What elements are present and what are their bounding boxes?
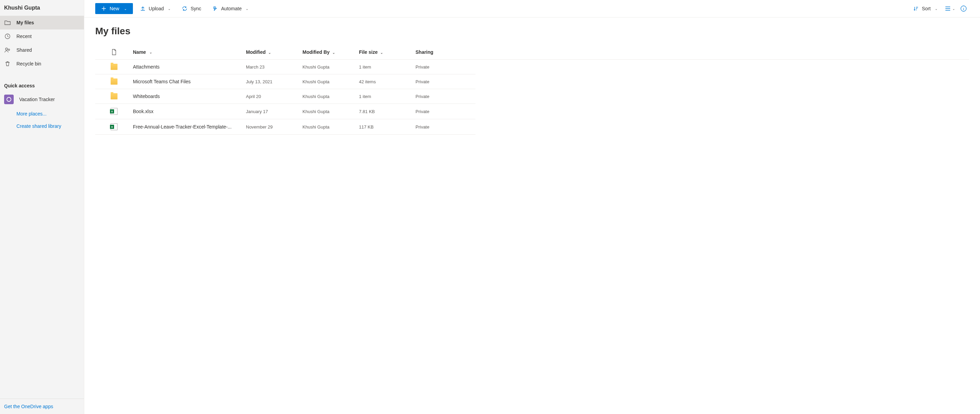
chevron-down-icon: ⌄	[935, 7, 937, 11]
sidebar: Khushi Gupta My files Recent Shared Recy…	[0, 0, 84, 414]
chevron-down-icon: ⌄	[150, 50, 152, 54]
file-name[interactable]: Attachments	[133, 64, 160, 70]
svg-point-2	[8, 49, 10, 50]
file-name[interactable]: Microsoft Teams Chat Files	[133, 79, 191, 84]
info-button[interactable]	[958, 3, 969, 14]
column-filesize[interactable]: File size ⌄	[359, 49, 415, 55]
column-name[interactable]: Name ⌄	[133, 49, 246, 55]
sidebar-item-label: Recycle bin	[16, 61, 41, 67]
file-modified: November 29	[246, 124, 302, 129]
table-row[interactable]: WhiteboardsApril 20Khushi Gupta1 itemPri…	[95, 89, 476, 104]
table-row[interactable]: Microsoft Teams Chat FilesJuly 13, 2021K…	[95, 74, 476, 89]
file-sharing: Private	[415, 64, 467, 70]
file-size: 7.81 KB	[359, 109, 415, 114]
table-row[interactable]: AttachmentsMarch 23Khushi Gupta1 itemPri…	[95, 60, 476, 74]
create-library-link[interactable]: Create shared library	[0, 120, 84, 132]
column-sharing[interactable]: Sharing	[415, 49, 467, 55]
folder-icon	[111, 93, 118, 99]
chevron-down-icon: ⌄	[246, 7, 248, 11]
file-size: 1 item	[359, 64, 415, 70]
page-title: My files	[95, 26, 969, 37]
new-button[interactable]: New ⌄	[95, 3, 133, 14]
chevron-down-icon: ⌄	[380, 51, 383, 54]
svg-point-3	[7, 97, 11, 102]
sidebar-item-label: Shared	[16, 47, 32, 53]
file-name[interactable]: Free-Annual-Leave-Tracker-Excel-Template…	[133, 124, 232, 129]
sync-label: Sync	[191, 6, 201, 11]
sync-button[interactable]: Sync	[177, 3, 205, 14]
file-name[interactable]: Whiteboards	[133, 94, 160, 99]
file-name[interactable]: Book.xlsx	[133, 109, 153, 114]
column-modified[interactable]: Modified ⌄	[246, 49, 302, 55]
automate-button[interactable]: Automate ⌄	[208, 3, 253, 14]
toolbar: New ⌄ Upload ⌄ Sync Automate ⌄	[84, 0, 980, 18]
upload-icon	[140, 5, 146, 12]
view-button[interactable]: ⌄	[944, 3, 955, 14]
file-sharing: Private	[415, 124, 467, 129]
file-modifiedby: Khushi Gupta	[302, 124, 359, 129]
chevron-down-icon: ⌄	[268, 51, 271, 54]
chevron-down-icon: ⌄	[168, 7, 170, 11]
table-header: Name ⌄ Modified ⌄ Modified By ⌄ File siz…	[95, 45, 969, 60]
file-modified: July 13, 2021	[246, 79, 302, 84]
chevron-down-icon: ⌄	[952, 7, 955, 11]
plus-icon	[102, 6, 106, 11]
more-places-link[interactable]: More places...	[0, 108, 84, 120]
sidebar-item-label: My files	[16, 20, 34, 25]
main: New ⌄ Upload ⌄ Sync Automate ⌄	[84, 0, 980, 414]
file-sharing: Private	[415, 109, 467, 114]
sidebar-item-label: Recent	[16, 33, 32, 39]
file-size: 42 items	[359, 79, 415, 84]
folder-icon	[4, 19, 11, 26]
new-button-label: New	[110, 6, 119, 11]
chevron-down-icon: ⌄	[332, 51, 335, 54]
table-row[interactable]: XFree-Annual-Leave-Tracker-Excel-Templat…	[95, 119, 476, 135]
sidebar-item-recyclebin[interactable]: Recycle bin	[0, 57, 84, 71]
file-modified: March 23	[246, 64, 302, 70]
file-modified: April 20	[246, 94, 302, 99]
file-modified: January 17	[246, 109, 302, 114]
sidebar-item-myfiles[interactable]: My files	[0, 16, 84, 29]
folder-icon	[111, 64, 118, 70]
folder-icon	[111, 78, 118, 84]
sync-icon	[181, 5, 188, 12]
file-modifiedby: Khushi Gupta	[302, 94, 359, 99]
app-icon	[4, 95, 14, 104]
file-modifiedby: Khushi Gupta	[302, 64, 359, 70]
sidebar-item-shared[interactable]: Shared	[0, 43, 84, 57]
file-modifiedby: Khushi Gupta	[302, 79, 359, 84]
automate-label: Automate	[221, 6, 242, 11]
quick-access-section: Quick access Vacation Tracker More place…	[0, 80, 84, 132]
user-name: Khushi Gupta	[0, 0, 84, 16]
quick-access-title: Quick access	[0, 80, 84, 91]
file-size: 1 item	[359, 94, 415, 99]
excel-icon: X	[111, 123, 118, 130]
upload-label: Upload	[149, 6, 164, 11]
column-type-icon[interactable]	[95, 49, 133, 55]
quick-access-item[interactable]: Vacation Tracker	[0, 91, 84, 108]
file-sharing: Private	[415, 79, 467, 84]
excel-icon: X	[111, 108, 118, 115]
sidebar-item-recent[interactable]: Recent	[0, 29, 84, 43]
file-sharing: Private	[415, 94, 467, 99]
get-apps-link[interactable]: Get the OneDrive apps	[0, 398, 84, 414]
svg-point-1	[5, 48, 8, 50]
clock-icon	[4, 33, 11, 40]
content: My files Name ⌄ Modified ⌄ Modified By ⌄	[84, 18, 980, 143]
automate-icon	[212, 5, 218, 12]
sort-button[interactable]: Sort ⌄	[909, 3, 942, 14]
upload-button[interactable]: Upload ⌄	[136, 3, 175, 14]
file-size: 117 KB	[359, 124, 415, 129]
people-icon	[4, 46, 11, 54]
file-table: Name ⌄ Modified ⌄ Modified By ⌄ File siz…	[95, 45, 969, 135]
column-modifiedby[interactable]: Modified By ⌄	[302, 49, 359, 55]
file-modifiedby: Khushi Gupta	[302, 109, 359, 114]
quick-access-label: Vacation Tracker	[19, 97, 55, 102]
trash-icon	[4, 61, 11, 67]
table-row[interactable]: XBook.xlsxJanuary 17Khushi Gupta7.81 KBP…	[95, 104, 476, 119]
sort-label: Sort	[922, 6, 931, 11]
sort-icon	[913, 5, 919, 12]
chevron-down-icon: ⌄	[124, 7, 127, 11]
